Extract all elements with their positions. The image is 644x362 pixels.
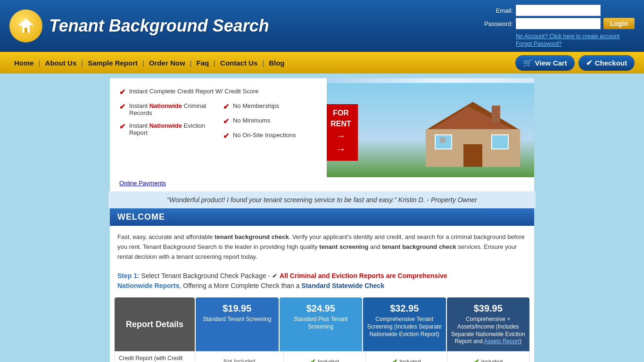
feature-val-4: ✔ Included	[447, 351, 529, 362]
svg-marker-5	[430, 107, 515, 130]
nav-bar: Home | About Us | Sample Report | Order …	[0, 52, 644, 74]
plan-standard-plus[interactable]: $24.95 Standard Plus Tenant Screening	[280, 297, 363, 351]
login-button[interactable]: Login	[603, 18, 635, 29]
feature-no-onsite-text: No On-Site Inspections	[233, 132, 296, 139]
feature-val-1: Not Included	[195, 351, 284, 362]
plan-standard-name: Standard Tenant Screening	[199, 316, 275, 323]
plan-comprehensive-plus[interactable]: $39.95 Comprehensive + Assets/Income (In…	[447, 297, 530, 351]
house-svg	[416, 97, 529, 168]
header: Tenant Background Search Email: Password…	[0, 0, 644, 52]
welcome-text: Fast, easy, accurate and affordable tena…	[110, 226, 534, 268]
feature-no-minimum-text: No Minimums	[233, 117, 270, 124]
feature-no-onsite: ✔ No On-Site Inspections	[223, 132, 317, 140]
step-header: Step 1: Select Tenant Background Check P…	[110, 268, 534, 297]
nav-contact[interactable]: Contact Us	[215, 59, 262, 67]
hero-image: FORRENT→	[327, 78, 534, 177]
password-row: Password: Login	[482, 18, 635, 29]
nav-order[interactable]: Order Now	[144, 59, 190, 67]
view-cart-label: View Cart	[535, 59, 567, 67]
checkout-label: Checkout	[595, 59, 627, 67]
checkout-button[interactable]: ✔ Checkout	[578, 55, 635, 71]
check-icon-4: ✔	[223, 102, 229, 111]
hero-section: ✔ Instant Complete Credit Report W/ Cred…	[110, 78, 534, 191]
statewide-text: , Offering a More Complete Check than a …	[179, 282, 384, 289]
feature-val-3: ✔ Included	[365, 351, 447, 362]
report-details-label: Report Details	[126, 320, 183, 329]
feature-val-2: ✔ Included	[284, 351, 366, 362]
table-row: Credit Report (with Credit Score) Not In…	[115, 351, 529, 362]
bold-tenant-bg: tenant background check	[215, 233, 289, 240]
svg-rect-10	[463, 144, 482, 167]
for-rent-sign: FORRENT→	[327, 104, 358, 161]
nav-about[interactable]: About Us	[41, 59, 82, 67]
svg-rect-9	[492, 135, 508, 149]
testimonial-text: "Wonderful product! I found your tenant …	[167, 196, 477, 204]
report-details-header: Report Details	[115, 297, 195, 351]
bold-tenant-bg-2: tenant background check	[382, 243, 456, 250]
logo-area: Tenant Background Search	[9, 9, 269, 42]
assets-report-link[interactable]: Assets Report	[484, 338, 520, 345]
feature-label-credit: Credit Report (with Credit Score)	[115, 351, 195, 362]
step-label: Step 1:	[117, 272, 140, 280]
svg-rect-11	[440, 137, 446, 143]
feature-criminal: ✔ Instant Nationwide Criminal Records	[119, 102, 214, 116]
nav-home[interactable]: Home	[9, 59, 39, 67]
plan-standard-plus-name: Standard Plus Tenant Screening	[283, 316, 359, 330]
main-content: WELCOME Fast, easy, accurate and afforda…	[110, 208, 534, 362]
feature-no-membership-text: No Memberships	[233, 102, 279, 109]
bold-tenant-screening: tenant screening	[319, 243, 368, 250]
plan-standard[interactable]: $19.95 Standard Tenant Screening	[196, 297, 279, 351]
nationwide-text: Nationwide Reports	[117, 282, 179, 289]
feature-no-minimum: ✔ No Minimums	[223, 117, 317, 126]
feature-credit-text: Instant Complete Credit Report W/ Credit…	[129, 88, 259, 95]
svg-marker-0	[18, 18, 33, 25]
plan-standard-price: $19.95	[199, 303, 275, 314]
logo-icon	[9, 9, 42, 42]
svg-rect-6	[492, 106, 500, 122]
email-label: Email:	[482, 7, 513, 14]
checkout-icon: ✔	[586, 58, 592, 67]
check-icon-6: ✔	[223, 132, 229, 140]
plan-comprehensive-name: Comprehensive Tenant Screening (Includes…	[367, 316, 442, 338]
hero-features: ✔ Instant Complete Credit Report W/ Cred…	[110, 78, 327, 177]
feature-eviction-text: Instant Nationwide Eviction Report	[129, 122, 214, 136]
feature-no-membership: ✔ No Memberships	[223, 102, 317, 111]
email-row: Email:	[482, 5, 601, 16]
check-icon-3: ✔	[119, 122, 125, 131]
password-input[interactable]	[516, 18, 601, 29]
check-icon-5: ✔	[223, 117, 229, 126]
site-title: Tenant Background Search	[49, 16, 269, 36]
nav-blog[interactable]: Blog	[264, 59, 289, 67]
pricing-table: Report Details $19.95 Standard Tenant Sc…	[115, 297, 529, 351]
svg-rect-2	[25, 28, 27, 33]
plan-standard-plus-price: $24.95	[283, 303, 359, 314]
feature-credit: ✔ Instant Complete Credit Report W/ Cred…	[119, 88, 317, 97]
forgot-password-link[interactable]: Forgot Password?	[516, 41, 619, 47]
house-icon	[17, 16, 35, 35]
content-wrapper: ✔ Instant Complete Credit Report W/ Cred…	[0, 74, 644, 362]
hero-inner: ✔ Instant Complete Credit Report W/ Cred…	[110, 78, 534, 177]
plan-comprehensive-plus-price: $39.95	[451, 303, 526, 314]
no-account-link[interactable]: No Account? Click here to create account	[516, 33, 619, 40]
online-payments: Online Payments	[110, 177, 534, 191]
login-area: Email: Password: Login No Account? Click…	[482, 5, 635, 47]
check-icon-2: ✔	[119, 102, 125, 111]
cart-buttons: 🛒 View Cart ✔ Checkout	[515, 55, 635, 71]
password-label: Password:	[482, 20, 513, 27]
plan-comprehensive-plus-name: Comprehensive + Assets/Income (Includes …	[451, 316, 526, 345]
features-table: Credit Report (with Credit Score) Not In…	[115, 351, 529, 362]
plan-comprehensive[interactable]: $32.95 Comprehensive Tenant Screening (I…	[363, 297, 446, 351]
testimonial: "Wonderful product! I found your tenant …	[108, 191, 536, 208]
feature-criminal-text: Instant Nationwide Criminal Records	[129, 102, 214, 116]
online-payments-link[interactable]: Online Payments	[119, 180, 166, 187]
svg-rect-3	[19, 24, 21, 26]
nav-faq[interactable]: Faq	[192, 59, 214, 67]
feature-eviction: ✔ Instant Nationwide Eviction Report	[119, 122, 214, 136]
email-input[interactable]	[516, 5, 601, 16]
nav-sample[interactable]: Sample Report	[83, 59, 142, 67]
cart-icon: 🛒	[523, 58, 532, 67]
account-links: No Account? Click here to create account…	[516, 33, 619, 47]
view-cart-button[interactable]: 🛒 View Cart	[515, 55, 575, 71]
step-text: Select Tenant Background Check Package -…	[141, 272, 447, 280]
plan-comprehensive-price: $32.95	[367, 303, 442, 314]
